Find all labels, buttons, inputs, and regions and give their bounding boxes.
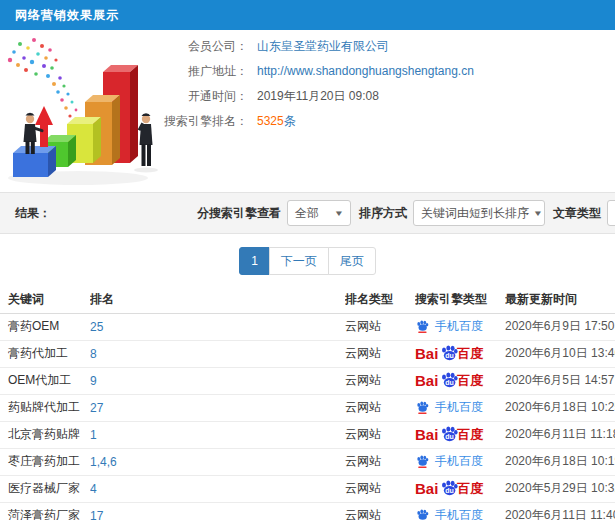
updated-cell: 2020年6月10日 13:40: [505, 340, 615, 367]
member-fields: 会员公司： 山东皇圣堂药业有限公司 推广地址： http://www.shand…: [153, 34, 474, 134]
svg-text:du: du: [446, 487, 455, 494]
rank-link[interactable]: 4: [90, 482, 97, 496]
rank-type-cell: 云网站: [345, 313, 415, 340]
article-type-label: 文章类型: [553, 205, 601, 222]
sort-filter-label: 排序方式: [359, 205, 407, 222]
keyword-cell: 北京膏药贴牌: [0, 421, 90, 448]
company-link[interactable]: 山东皇圣堂药业有限公司: [257, 34, 389, 59]
baidu-logo-bai: Bai: [415, 345, 438, 362]
mobile-baidu-label: 手机百度: [435, 318, 483, 335]
updated-cell: 2020年6月11日 11:40: [505, 502, 615, 520]
opened-value: 2019年11月20日 09:08: [257, 84, 379, 109]
baidu-logo: Bai du 百度: [415, 344, 505, 364]
table-row: 医疗器械厂家 4 云网站 Bai: [0, 475, 615, 502]
rank-type-cell: 云网站: [345, 421, 415, 448]
rank-link[interactable]: 27: [90, 401, 103, 415]
rank-cell: 1: [90, 421, 345, 448]
column-header-keyword: 关键词: [0, 287, 90, 313]
updated-cell: 2020年6月9日 17:50: [505, 313, 615, 340]
mobile-baidu-label: 手机百度: [435, 399, 483, 416]
rank-link[interactable]: 9: [90, 374, 97, 388]
next-page-button[interactable]: 下一页: [269, 247, 329, 275]
rank-type-cell: 云网站: [345, 475, 415, 502]
article-type-select[interactable]: 全部 ▼: [607, 200, 615, 226]
rank-type-cell: 云网站: [345, 502, 415, 520]
rank-link[interactable]: 1: [90, 428, 97, 442]
table-row: 药贴牌代加工 27 云网站 手机百度: [0, 394, 615, 421]
member-info-section: 会员公司： 山东皇圣堂药业有限公司 推广地址： http://www.shand…: [0, 30, 615, 192]
field-company: 会员公司： 山东皇圣堂药业有限公司: [153, 34, 474, 59]
column-header-engine-type: 搜索引擎类型: [415, 287, 505, 313]
keyword-cell: 枣庄膏药加工: [0, 448, 90, 475]
baidu-paw-icon: [415, 400, 430, 415]
rank-cell: 27: [90, 394, 345, 421]
column-header-updated: 最新更新时间: [505, 287, 615, 313]
engine-cell: 手机百度: [415, 502, 505, 520]
rank-count-value: 5325条: [257, 109, 296, 134]
baidu-logo: Bai du 百度: [415, 479, 505, 499]
engine-select[interactable]: 全部 ▼: [287, 200, 351, 226]
engine-cell: Bai du 百度: [415, 421, 505, 448]
baidu-logo-bai: Bai: [415, 372, 438, 389]
rank-cell: 9: [90, 367, 345, 394]
updated-cell: 2020年6月11日 11:18: [505, 421, 615, 448]
baidu-logo: Bai du 百度: [415, 371, 505, 391]
filter-bar: 结果： 分搜索引擎查看 全部 ▼ 排序方式 关键词由短到长排序 ▼ 文章类型 全…: [0, 192, 615, 234]
rank-type-cell: 云网站: [345, 448, 415, 475]
rank-count-label: 搜索引擎排名：: [153, 109, 248, 134]
mobile-baidu-logo: 手机百度: [415, 318, 505, 335]
rank-type-cell: 云网站: [345, 394, 415, 421]
baidu-logo-cn: 百度: [457, 345, 483, 363]
mobile-baidu-logo: 手机百度: [415, 453, 505, 470]
table-row: 膏药代加工 8 云网站 Bai: [0, 340, 615, 367]
table-row: 北京膏药贴牌 1 云网站 Bai: [0, 421, 615, 448]
field-opened: 开通时间： 2019年11月20日 09:08: [153, 84, 474, 109]
keyword-cell: 菏泽膏药厂家: [0, 502, 90, 520]
keyword-cell: 膏药OEM: [0, 313, 90, 340]
sort-select[interactable]: 关键词由短到长排序 ▼: [413, 200, 545, 226]
rank-cell: 4: [90, 475, 345, 502]
column-header-rank: 排名: [90, 287, 345, 313]
keyword-cell: 医疗器械厂家: [0, 475, 90, 502]
keyword-cell: OEM代加工: [0, 367, 90, 394]
baidu-paw-icon: [415, 508, 430, 520]
page-header: 网络营销效果展示: [0, 0, 615, 30]
engine-filter-label: 分搜索引擎查看: [197, 205, 281, 222]
engine-cell: 手机百度: [415, 394, 505, 421]
url-label: 推广地址：: [153, 59, 248, 84]
baidu-paw-icon: [415, 454, 430, 469]
engine-cell: Bai du 百度: [415, 367, 505, 394]
keyword-cell: 药贴牌代加工: [0, 394, 90, 421]
updated-cell: 2020年6月5日 14:57: [505, 367, 615, 394]
mobile-baidu-label: 手机百度: [435, 453, 483, 470]
result-label: 结果：: [15, 193, 51, 233]
keyword-rank-table: 关键词 排名 排名类型 搜索引擎类型 最新更新时间 膏药OEM 25 云网站 手…: [0, 287, 615, 520]
rank-cell: 1,4,6: [90, 448, 345, 475]
field-url: 推广地址： http://www.shandonghuangshengtang.…: [153, 59, 474, 84]
engine-cell: 手机百度: [415, 448, 505, 475]
engine-select-value: 全部: [295, 205, 319, 222]
last-page-button[interactable]: 尾页: [328, 247, 376, 275]
table-row: OEM代加工 9 云网站 Bai: [0, 367, 615, 394]
engine-cell: 手机百度: [415, 313, 505, 340]
baidu-logo-cn: 百度: [457, 480, 483, 498]
mobile-baidu-label: 手机百度: [435, 507, 483, 520]
rank-link[interactable]: 8: [90, 347, 97, 361]
page-1-button[interactable]: 1: [239, 247, 270, 275]
baidu-logo-cn: 百度: [457, 426, 483, 444]
svg-text:du: du: [446, 379, 455, 386]
rank-link[interactable]: 17: [90, 509, 103, 520]
promotion-url-link[interactable]: http://www.shandonghuangshengtang.cn: [257, 59, 474, 84]
svg-text:du: du: [446, 433, 455, 440]
rank-link[interactable]: 25: [90, 320, 103, 334]
pagination: 1 下一页 尾页: [0, 234, 615, 287]
column-header-rank-type: 排名类型: [345, 287, 415, 313]
chevron-down-icon: ▼: [334, 209, 344, 218]
svg-text:du: du: [446, 352, 455, 359]
rank-link[interactable]: 1,4,6: [90, 455, 117, 469]
table-row: 膏药OEM 25 云网站 手机百度: [0, 313, 615, 340]
sort-select-value: 关键词由短到长排序: [421, 205, 529, 222]
rank-type-cell: 云网站: [345, 340, 415, 367]
baidu-logo-bai: Bai: [415, 480, 438, 497]
table-header-row: 关键词 排名 排名类型 搜索引擎类型 最新更新时间: [0, 287, 615, 313]
